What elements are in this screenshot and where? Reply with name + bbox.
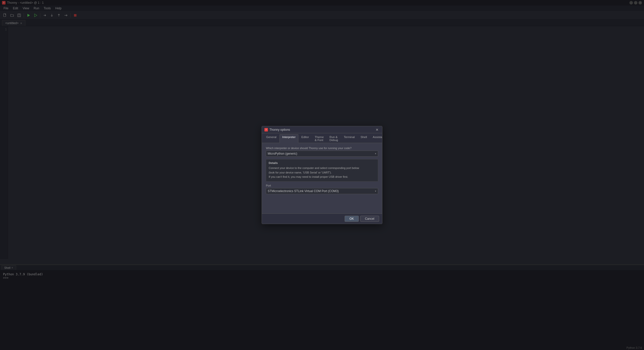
port-select[interactable]: STMicroelectronics STLink Virtual COM Po… [266, 188, 378, 194]
port-label: Port [266, 184, 378, 187]
tab-shell[interactable]: Shell [358, 134, 370, 143]
options-dialog: T Thonny options ✕ General Interpreter E… [262, 126, 382, 224]
interpreter-question-label: Which interpreter or device should Thonn… [266, 147, 378, 150]
dialog-close-button[interactable]: ✕ [375, 127, 380, 132]
dialog-icon: T [264, 128, 268, 132]
dialog-title-content: T Thonny options [264, 128, 290, 132]
dialog-tabs: General Interpreter Editor Theme & Font … [262, 133, 382, 143]
ok-button[interactable]: OK [345, 216, 358, 222]
dialog-body: Which interpreter or device should Thonn… [262, 143, 382, 213]
interpreter-select-wrapper: MicroPython (generic)Python 3MicroPython… [266, 151, 378, 157]
cancel-button[interactable]: Cancel [360, 216, 379, 222]
tab-assistant[interactable]: Assistant [370, 134, 382, 143]
interpreter-question-group: Which interpreter or device should Thonn… [266, 147, 378, 157]
dialog-title-bar: T Thonny options ✕ [262, 126, 382, 133]
tab-theme-font[interactable]: Theme & Font [312, 134, 327, 143]
interpreter-select[interactable]: MicroPython (generic)Python 3MicroPython… [266, 151, 378, 157]
tab-interpreter[interactable]: Interpreter [279, 134, 298, 143]
dialog-overlay: T Thonny options ✕ General Interpreter E… [0, 0, 644, 350]
tab-general[interactable]: General [263, 134, 279, 143]
details-line-3: If you can't find it, you may need to in… [269, 175, 375, 179]
details-line-2: (look for your device name, 'USB Serial'… [269, 170, 375, 175]
dialog-footer: OK Cancel [262, 213, 382, 224]
port-group: Port STMicroelectronics STLink Virtual C… [266, 184, 378, 194]
tab-run-debug[interactable]: Run & Debug [327, 134, 341, 143]
tab-terminal[interactable]: Terminal [341, 134, 357, 143]
details-box: Details Connect your device to the compu… [266, 159, 378, 182]
port-select-wrapper: STMicroelectronics STLink Virtual COM Po… [266, 188, 378, 194]
dialog-title-text: Thonny options [269, 128, 290, 132]
tab-editor[interactable]: Editor [299, 134, 312, 143]
details-line-1: Connect your device to the computer and … [269, 166, 375, 170]
details-title: Details [269, 161, 375, 164]
